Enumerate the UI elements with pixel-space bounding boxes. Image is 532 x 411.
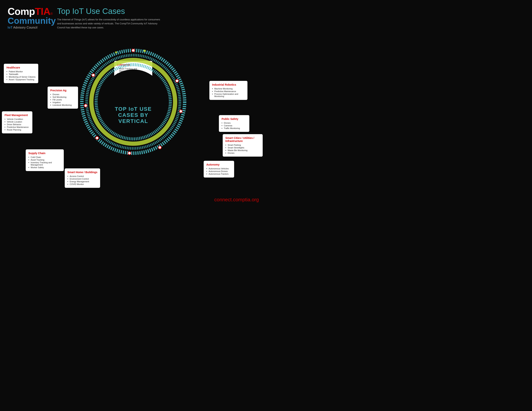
list-item: Asset Tracking: [28, 159, 61, 161]
center-line1: TOP IoT USE: [115, 106, 152, 112]
center-line3: VERTICAL: [115, 118, 152, 124]
list-item: Environment Control: [67, 177, 97, 180]
list-item: Monitoring of Senior Citizens: [7, 75, 36, 78]
healthcare-title: Healthcare: [7, 66, 36, 69]
list-item: Inventory Tracking and Management: [28, 161, 61, 166]
svg-point-5: [132, 49, 135, 52]
logo-area: CompTIA® Community IoT Advisory Council: [8, 6, 49, 29]
logo-iot-council: IoT Advisory Council: [8, 26, 49, 29]
logo-reg: ®: [50, 12, 53, 16]
list-item: Telehealth: [7, 73, 36, 75]
circle-diagram: [78, 47, 189, 157]
smart-home-title: Smart Home / Buildings: [67, 171, 97, 174]
list-item: Cold Chain: [28, 156, 61, 159]
list-item: Asset / Equipment Tracking: [7, 78, 36, 81]
svg-point-10: [95, 136, 99, 140]
page-subtitle: The Internet of Things (IoT) allows for …: [57, 18, 164, 29]
fleet-title: Fleet Management: [5, 114, 30, 117]
svg-point-14: [115, 51, 117, 53]
logo-top-line: CompTIA®: [8, 6, 49, 17]
svg-point-6: [175, 79, 179, 82]
list-item: Drones: [50, 93, 75, 96]
box-fleet: Fleet Management Vehicle Condition Vehic…: [2, 111, 32, 133]
list-item: Energy Management: [67, 180, 97, 183]
logo-council-label: Advisory Council: [13, 26, 38, 29]
autonomy-title: Autonomy: [206, 163, 231, 166]
svg-point-12: [92, 74, 95, 77]
list-item: Autonomous Tractors: [206, 173, 231, 175]
header: CompTIA® Community IoT Advisory Council …: [0, 0, 266, 31]
list-item: Process Optimization and Monitoring: [212, 93, 245, 98]
precision-list: Drones Soil Monitoring Fill Levels Irrig…: [50, 93, 75, 106]
smart-home-list: Access Control Environment Control Energ…: [67, 175, 97, 186]
industrial-list: Machine Monitoring Predictive Maintenanc…: [212, 87, 245, 98]
list-item: Traffic Monitoring: [222, 127, 247, 130]
box-public-safety: Public Safety Drones Cameras Traffic Mon…: [219, 115, 249, 132]
list-item: Smart Parking: [225, 144, 260, 146]
public-safety-title: Public Safety: [222, 117, 247, 121]
svg-point-11: [84, 104, 87, 107]
list-item: Autonomous Vehicles: [206, 167, 231, 170]
svg-point-13: [143, 50, 146, 52]
svg-point-7: [179, 110, 182, 113]
box-smart-home: Smart Home / Buildings Access Control En…: [65, 168, 100, 188]
list-item: Driver Behavior: [5, 123, 30, 126]
list-item: Patient Monitor: [7, 70, 36, 73]
list-item: Irrigation: [50, 101, 75, 104]
circle-center-text: TOP IoT USE CASES BY VERTICAL: [115, 106, 152, 124]
fleet-list: Vehicle Condition Vehicle Location Drive…: [5, 118, 30, 131]
list-item: Soil Monitoring: [50, 96, 75, 98]
precision-title: Precision Ag: [50, 89, 75, 92]
list-item: Route Planning: [5, 129, 30, 131]
smart-cities-list: Smart Parking Smart Streetlights Waste B…: [225, 144, 260, 154]
list-item: Smart Streetlights: [225, 146, 260, 149]
list-item: Waste Bin Monitoring: [225, 149, 260, 152]
box-precision: Precision Ag Drones Soil Monitoring Fill…: [48, 87, 78, 109]
logo-community: Community: [8, 16, 49, 25]
list-item: Drones: [225, 152, 260, 154]
list-item: Fill Levels: [50, 98, 75, 101]
industrial-title: Industrial Robotics: [212, 83, 245, 86]
list-item: Vehicle Location: [5, 121, 30, 123]
list-item: Drones: [222, 121, 247, 124]
list-item: Machine Monitoring: [212, 87, 245, 90]
public-safety-list: Drones Cameras Traffic Monitoring: [222, 121, 247, 130]
box-autonomy: Autonomy Autonomous Vehicles Autonomous …: [204, 161, 234, 177]
logo-iot-label: IoT: [8, 26, 13, 29]
logo-tia: TIA: [35, 6, 50, 17]
supply-title: Supply Chain: [28, 152, 61, 155]
list-item: Autonomous Drones: [206, 170, 231, 173]
box-supply: Supply Chain Cold Chain Asset Tracking I…: [26, 149, 64, 171]
footer-url: connect.comptia.org: [214, 197, 259, 203]
box-smart-cities: Smart Cities / Utilities / Infrastructur…: [223, 134, 263, 157]
box-industrial: Industrial Robotics Machine Monitoring P…: [209, 81, 247, 100]
list-item: Vehicle Condition: [5, 118, 30, 121]
list-item: Predictive Maintenance: [5, 126, 30, 129]
center-line2: CASES BY: [115, 112, 152, 118]
list-item: Predictive Maintenance: [212, 90, 245, 93]
list-item: COVID Monitor: [67, 183, 97, 186]
box-healthcare: Healthcare Patient Monitor Telehealth Mo…: [4, 64, 38, 83]
supply-list: Cold Chain Asset Tracking Inventory Trac…: [28, 156, 61, 169]
smart-cities-title: Smart Cities / Utilities / Infrastructur…: [225, 136, 260, 142]
list-item: Livestock Monitoring: [50, 104, 75, 106]
svg-point-4: [101, 69, 166, 134]
list-item: Access Control: [67, 175, 97, 177]
svg-point-9: [128, 152, 131, 155]
main-content: TOP IoT USE CASES BY VERTICAL Healthcare…: [0, 31, 266, 199]
healthcare-list: Patient Monitor Telehealth Monitoring of…: [7, 70, 36, 81]
list-item: Cameras: [222, 124, 247, 127]
logo-comp: Comp: [8, 6, 35, 17]
page-title: Top IoT Use Cases: [57, 7, 259, 16]
title-area: Top IoT Use Cases The Internet of Things…: [57, 6, 259, 29]
svg-point-8: [158, 146, 162, 149]
autonomy-list: Autonomous Vehicles Autonomous Drones Au…: [206, 167, 231, 175]
list-item: Worker Safety: [28, 166, 61, 169]
